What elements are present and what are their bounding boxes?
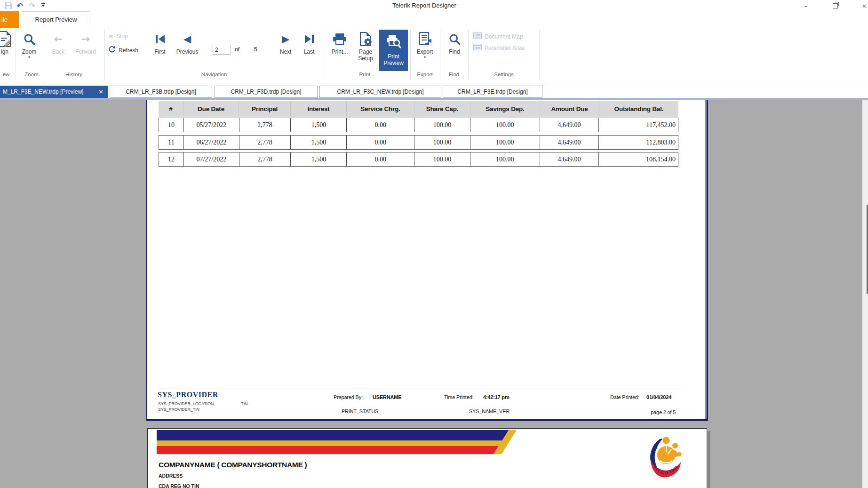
sys-name-ver: SYS_NAME_VER [469, 408, 510, 414]
next-report-page: COMPANYNAME ( COMPANYSHORTNAME ) ADDRESS… [147, 428, 707, 488]
ribbon: ign ew Zoom ▾ Zoom ← Back → Forward Hist… [0, 28, 868, 83]
footer-tin-label: TIN: [241, 401, 249, 406]
column-header: # [159, 101, 183, 117]
first-page-icon [149, 31, 171, 48]
company-name: COMPANYNAME ( COMPANYSHORTNAME ) [159, 461, 307, 469]
print-button[interactable]: Print... [327, 31, 352, 55]
first-page-button[interactable]: First [149, 31, 171, 55]
total-pages-label: 5 [254, 46, 257, 53]
forward-button: → Forward [72, 31, 100, 55]
group-label-history: History [53, 72, 95, 77]
parameter-area-toggle: Parameter Area [473, 44, 524, 52]
print-status: PRINT_STATUS [342, 408, 378, 414]
document-tab-strip: M_LR_F3E_NEW.trdp [Preview] × CRM_LR_F3B… [0, 83, 868, 98]
group-label-print: Print... [346, 72, 388, 77]
column-header: Due Date [183, 101, 239, 117]
column-header: Share Cap. [414, 101, 470, 117]
page-of-label: of [235, 46, 239, 53]
last-page-button[interactable]: Last [298, 31, 320, 55]
refresh-icon [108, 46, 116, 55]
table-row: 12 07/27/2022 2,778 1,500 0.00 100.00 10… [159, 152, 678, 167]
table-row: 11 06/27/2022 2,778 1,500 0.00 100.00 10… [159, 135, 678, 150]
title-bar: ↶ ↷ Telerik Report Designer – × [0, 0, 868, 11]
report-page: # Due Date Principal Interest Service Ch… [146, 100, 708, 421]
page-edge-shadow [705, 100, 707, 419]
footer-provider: SYS_PROVIDER [158, 391, 218, 399]
previous-page-button[interactable]: ◀ Previous [173, 31, 202, 55]
group-label-zoom: Zoom [10, 72, 53, 77]
document-map-icon [473, 32, 482, 40]
previous-page-icon: ◀ [183, 33, 191, 45]
page-indicator: page 2 of 5 [651, 409, 676, 415]
column-header: Amount Due [540, 101, 599, 117]
app-window: ↶ ↷ Telerik Report Designer – × ile Repo… [0, 0, 868, 488]
doc-tab-preview[interactable]: M_LR_F3E_NEW.trdp [Preview] × [0, 86, 108, 98]
redo-icon: ↷ [27, 1, 37, 10]
prepared-by-value: USERNAME [373, 394, 401, 400]
time-printed-label: Time Printed: [444, 394, 473, 400]
zoom-button[interactable]: Zoom ▾ [17, 31, 41, 59]
date-printed-label: Date Printed: [610, 394, 639, 400]
company-address: ADDRESS [159, 473, 183, 479]
export-icon [412, 31, 438, 48]
design-button[interactable]: ign [0, 31, 16, 55]
company-logo: PFCCO 1960 [645, 433, 683, 480]
qat-customize-icon[interactable] [39, 1, 48, 10]
find-button[interactable]: Find [444, 31, 465, 55]
column-header: Outstanding Bal. [599, 101, 678, 117]
column-header: Service Chrg. [347, 101, 414, 117]
header-flag-stripes [157, 430, 510, 454]
refresh-button[interactable]: Refresh [108, 46, 138, 55]
close-icon[interactable]: × [98, 86, 104, 98]
group-label-navigation: Navigation [193, 72, 235, 77]
design-page-icon [0, 31, 16, 48]
next-page-icon: ▶ [282, 33, 289, 45]
column-header: Interest [291, 101, 347, 117]
export-button[interactable]: Export ▾ [412, 31, 438, 59]
parameter-area-icon [473, 44, 482, 52]
company-reg-line: CDA REG NO TIN [159, 483, 199, 488]
restore-button[interactable] [829, 0, 841, 11]
page-number-input[interactable] [213, 45, 231, 55]
back-button: ← Back [47, 31, 70, 55]
close-button[interactable]: × [858, 0, 868, 11]
prepared-by-label: Prepared By: [334, 394, 363, 400]
doc-tab-f3b[interactable]: CRM_LR_F3B.trdp [Design] [110, 86, 212, 98]
preview-area: # Due Date Principal Interest Service Ch… [0, 100, 868, 488]
printer-icon [327, 31, 352, 48]
footer-divider [159, 389, 678, 389]
back-arrow-icon: ← [54, 34, 63, 44]
page-setup-button[interactable]: Page Setup [353, 31, 378, 62]
group-label-settings: Settings [483, 72, 525, 77]
print-preview-icon [379, 33, 408, 50]
footer-provider-tin: SYS_PROVIDER_TIN [158, 407, 199, 412]
save-icon [4, 1, 13, 10]
stop-icon: × [108, 32, 113, 40]
last-page-icon [298, 31, 320, 48]
doc-tab-f3e[interactable]: CRM_LR_F3E.trdp [Design] [443, 86, 542, 98]
column-header: Savings Dep. [470, 101, 540, 117]
minimize-button[interactable]: – [800, 0, 812, 11]
time-printed-value: 4:42:17 pm [483, 394, 509, 400]
group-label-find: Find [433, 72, 475, 77]
magnifier-icon [17, 31, 41, 48]
forward-arrow-icon: → [81, 34, 90, 44]
find-icon [444, 31, 465, 48]
window-title: Telerik Report Designer [392, 2, 456, 9]
restore-icon [833, 3, 838, 8]
stop-button: × Stop [108, 32, 128, 40]
chevron-down-icon: ▾ [412, 56, 438, 59]
table-row: 10 05/27/2022 2,778 1,500 0.00 100.00 10… [159, 118, 678, 132]
tab-report-preview[interactable]: Report Preview [22, 11, 90, 28]
doc-tab-f3d[interactable]: CRM_LR_F3D.trdp [Design] [215, 86, 318, 98]
date-printed-value: 01/04/2024 [646, 394, 671, 400]
next-page-button[interactable]: ▶ Next [275, 31, 296, 55]
doc-tab-f3c-new[interactable]: CRM_LR_F3C_NEW.trdp [Design] [319, 86, 441, 98]
column-header: Principal [239, 101, 291, 117]
undo-icon[interactable]: ↶ [15, 1, 24, 10]
print-preview-button[interactable]: Print Preview [379, 30, 408, 71]
document-map-toggle: Document Map [473, 32, 523, 40]
footer-provider-location: SYS_PROVIDER_LOCATION, [158, 401, 215, 406]
tab-file[interactable]: ile [0, 11, 19, 28]
vertical-scrollbar[interactable] [862, 100, 868, 488]
